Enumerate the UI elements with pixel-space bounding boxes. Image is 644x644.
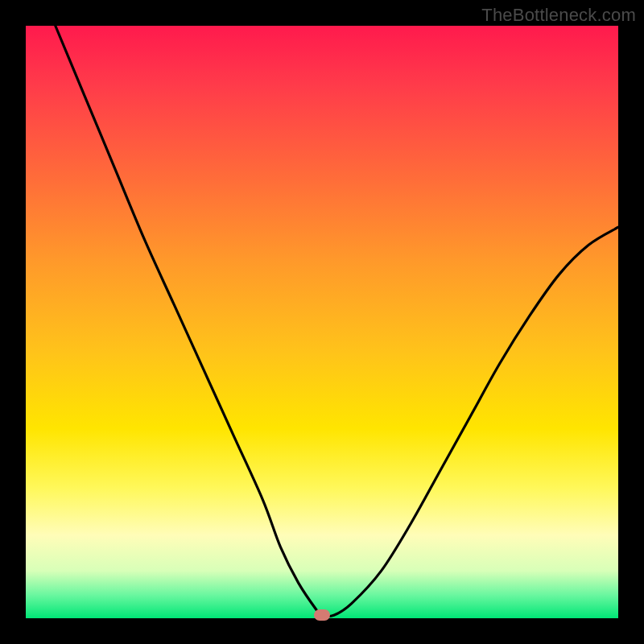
plot-area [26, 26, 618, 618]
chart-frame: TheBottleneck.com [0, 0, 644, 644]
watermark-text: TheBottleneck.com [481, 5, 636, 26]
optimal-point-marker [314, 609, 330, 621]
bottleneck-curve [26, 26, 618, 618]
